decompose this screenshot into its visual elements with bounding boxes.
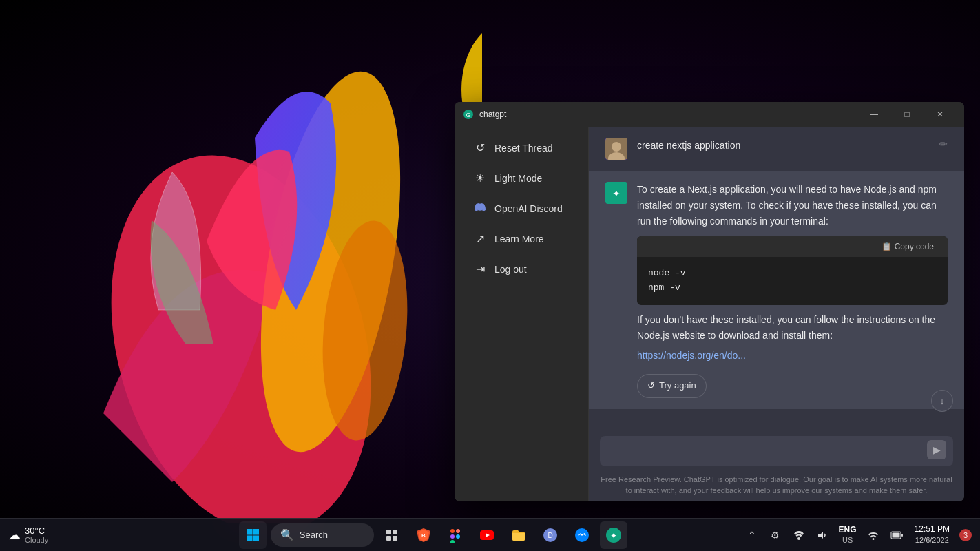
svg-rect-25 (450, 534, 455, 539)
svg-rect-19 (393, 536, 397, 541)
edit-icon[interactable]: ✏ (939, 138, 948, 149)
taskbar-system-tray: ⌃ ⚙ ENG US (742, 523, 980, 545)
scroll-to-bottom-button[interactable]: ↓ (931, 390, 953, 412)
close-button[interactable]: ✕ (924, 102, 956, 127)
code-line-1: node -v (648, 267, 937, 281)
chat-footer-disclaimer: Free Research Preview. ChatGPT is optimi… (589, 470, 964, 501)
ai-response-paragraph2: If you don't have these installed, you c… (637, 312, 948, 344)
sidebar-label-light-mode: Light Mode (494, 173, 542, 184)
try-again-label: Try again (659, 379, 696, 393)
svg-text:B: B (421, 532, 426, 539)
sidebar-item-light-mode[interactable]: ☀ Light Mode (460, 163, 583, 193)
messenger-icon[interactable] (568, 521, 596, 549)
weather-icon: ☁ (8, 528, 21, 543)
chat-input-box: ▶ (600, 436, 953, 466)
user-message-row: create nextjs application ✏ (589, 127, 964, 171)
sidebar-item-openai-discord[interactable]: OpenAI Discord (460, 194, 583, 223)
ai-message-row: ✦ To create a Next.js application, you w… (589, 171, 964, 409)
task-view-button[interactable] (378, 521, 406, 549)
code-block-header: 📋 Copy code (637, 236, 948, 257)
sidebar-label-openai-discord: OpenAI Discord (494, 203, 563, 214)
window-titlebar: G chatgpt — □ ✕ (455, 102, 964, 127)
clock-time: 12:51 PM (915, 523, 950, 535)
figma-icon[interactable] (441, 521, 469, 549)
ai-avatar: ✦ (605, 182, 627, 204)
copy-code-label: Copy code (895, 242, 934, 251)
minimize-button[interactable]: — (858, 102, 890, 127)
code-block: 📋 Copy code node -v npm -v (637, 236, 948, 305)
svg-rect-40 (892, 532, 899, 537)
chevron-down-icon: ↓ (940, 395, 945, 406)
nodejs-link[interactable]: https://nodejs.org/en/do... (637, 350, 746, 361)
discord-taskbar-icon[interactable]: D (536, 521, 564, 549)
ai-message-content: To create a Next.js application, you wil… (637, 182, 948, 398)
sidebar-label-reset-thread: Reset Thread (494, 143, 553, 154)
chat-input-field[interactable] (609, 443, 920, 454)
svg-rect-26 (450, 540, 455, 543)
taskbar-clock[interactable]: 12:51 PM 12/6/2022 (910, 523, 954, 545)
chatgpt-taskbar-icon[interactable]: ✦ (600, 521, 627, 549)
maximize-button[interactable]: □ (891, 102, 923, 127)
code-block-body: node -v npm -v (637, 257, 948, 305)
user-message-text: create nextjs application (637, 140, 740, 151)
user-message-content: create nextjs application (637, 138, 930, 154)
weather-info: 30°C Cloudy (25, 526, 48, 544)
youtube-icon[interactable] (473, 521, 501, 549)
tray-settings-icon[interactable]: ⚙ (766, 526, 785, 545)
search-icon: 🔍 (280, 528, 294, 541)
sidebar-label-learn-more: Learn More (494, 233, 544, 245)
file-explorer-icon[interactable] (505, 521, 532, 549)
svg-text:✦: ✦ (610, 531, 617, 541)
taskbar-center: 🔍 Search B (124, 521, 742, 549)
svg-rect-24 (456, 529, 460, 533)
reset-icon: ↺ (474, 141, 486, 154)
svg-rect-15 (253, 535, 259, 541)
sidebar-item-learn-more[interactable]: ↗ Learn More (460, 224, 583, 253)
svg-marker-36 (818, 532, 823, 539)
sun-icon: ☀ (474, 171, 486, 185)
taskbar: ☁ 30°C Cloudy 🔍 Search (0, 518, 980, 551)
message-edit-action[interactable]: ✏ (939, 138, 948, 150)
tray-volume-icon[interactable] (813, 526, 832, 545)
send-button[interactable]: ▶ (927, 440, 946, 459)
window-controls: — □ ✕ (858, 102, 956, 127)
svg-rect-18 (386, 536, 391, 541)
copy-icon: 📋 (882, 242, 892, 251)
tray-network-icon[interactable] (789, 526, 809, 545)
taskbar-search-text: Search (300, 530, 328, 540)
svg-rect-14 (247, 535, 253, 541)
window-app-icon: G (463, 109, 474, 120)
tray-overflow-button[interactable]: ⌃ (742, 526, 762, 545)
brave-icon[interactable]: B (410, 521, 437, 549)
copy-code-button[interactable]: 📋 Copy code (877, 240, 938, 253)
svg-point-27 (456, 534, 460, 539)
weather-widget: ☁ 30°C Cloudy (8, 526, 48, 544)
svg-rect-12 (247, 529, 253, 535)
try-again-button[interactable]: ↺ Try again (637, 374, 707, 398)
window-body: ↺ Reset Thread ☀ Light Mode OpenAI Disco… (455, 127, 964, 501)
weather-condition: Cloudy (25, 536, 48, 544)
chatgpt-window: G chatgpt — □ ✕ ↺ Reset Thread ☀ Light M… (455, 102, 964, 501)
sidebar-item-reset-thread[interactable]: ↺ Reset Thread (460, 133, 583, 163)
tray-battery-icon[interactable] (887, 526, 906, 545)
user-avatar (605, 138, 627, 160)
desktop-wallpaper-art (34, 0, 482, 523)
external-link-icon: ↗ (474, 232, 486, 245)
notification-badge[interactable]: 3 (959, 529, 972, 541)
sidebar-label-log-out: Log out (494, 264, 527, 275)
tray-wifi-icon[interactable] (864, 526, 883, 545)
sidebar-item-log-out[interactable]: ⇥ Log out (460, 254, 583, 284)
send-icon: ▶ (933, 444, 941, 455)
logout-icon: ⇥ (474, 262, 486, 276)
taskbar-weather-area[interactable]: ☁ 30°C Cloudy (0, 526, 124, 544)
chat-messages[interactable]: create nextjs application ✏ ✦ (589, 127, 964, 429)
window-title: chatgpt (479, 110, 853, 119)
taskbar-search-bar[interactable]: 🔍 Search (271, 523, 374, 547)
windows-start-button[interactable] (239, 521, 267, 549)
code-line-2: npm -v (648, 281, 937, 295)
chat-input-area: ▶ (589, 429, 964, 470)
language-indicator[interactable]: ENG US (836, 525, 859, 545)
svg-rect-23 (450, 529, 455, 533)
svg-point-8 (612, 142, 621, 152)
svg-text:G: G (466, 112, 470, 118)
